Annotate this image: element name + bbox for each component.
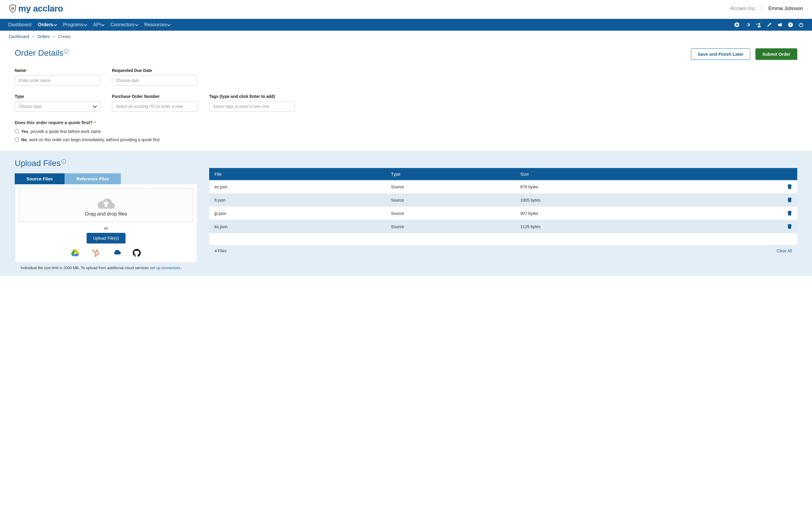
- file-name: ko.json: [209, 220, 386, 233]
- onedrive-icon[interactable]: [112, 249, 121, 256]
- chevron-down-icon: [101, 23, 104, 26]
- nav-resources[interactable]: Resources: [144, 19, 170, 31]
- svg-point-6: [95, 252, 98, 255]
- svg-point-8: [96, 249, 98, 251]
- name-label: Name: [15, 68, 26, 73]
- navbar: Dashboard Orders Programs API Connectors…: [0, 19, 812, 31]
- nav-api[interactable]: API: [93, 19, 104, 31]
- tab-source-files[interactable]: Source Files: [15, 173, 64, 184]
- file-size: 1125 bytes: [515, 220, 692, 233]
- form-row-1: Name* Requested Due Date: [15, 68, 797, 86]
- radio-icon[interactable]: [15, 129, 19, 133]
- section-head: Order Details i Save and Finish Later Su…: [15, 48, 797, 60]
- required-icon: *: [94, 120, 96, 125]
- name-group: Name*: [15, 68, 100, 86]
- trash-icon[interactable]: [787, 197, 792, 202]
- file-size: 1005 bytes: [515, 194, 692, 206]
- col-file: File: [209, 168, 386, 180]
- col-type: Type: [386, 168, 515, 180]
- upload-right: File Type Size es.jsonSource879 bytesfr.…: [209, 168, 797, 253]
- nav-dashboard[interactable]: Dashboard: [8, 19, 31, 31]
- megaphone-icon[interactable]: [777, 22, 783, 27]
- chevron-down-icon: [54, 23, 57, 26]
- file-name: jp.json: [209, 206, 386, 220]
- file-size: 879 bytes: [515, 180, 692, 194]
- add-icon[interactable]: [734, 22, 740, 27]
- file-size: 907 bytes: [515, 206, 692, 220]
- type-select[interactable]: Choose type: [15, 101, 100, 112]
- tools-icon[interactable]: [767, 22, 772, 27]
- quote-question: Does this order require a quote first? *…: [15, 120, 797, 142]
- help-icon[interactable]: ?: [788, 22, 793, 27]
- table-row: jp.jsonSource907 bytes: [209, 206, 797, 220]
- action-buttons: Save and Finish Later Submit Order: [691, 48, 797, 60]
- logo[interactable]: my acclaro: [9, 3, 63, 14]
- cloud-integrations: [71, 249, 142, 256]
- po-label: Purchase Order Number: [112, 94, 198, 99]
- logo-shield-icon: [9, 4, 16, 13]
- radio-icon[interactable]: [15, 138, 19, 142]
- chevron-down-icon: [168, 23, 171, 26]
- trash-icon[interactable]: [787, 184, 792, 189]
- file-type: Source: [386, 180, 515, 194]
- upload-section: Upload Files i Source Files Reference Fi…: [0, 151, 812, 276]
- svg-point-2: [758, 23, 760, 25]
- gear-icon[interactable]: [745, 22, 750, 27]
- nav-right: ?: [734, 22, 804, 27]
- info-icon[interactable]: i: [64, 49, 69, 54]
- file-name: es.json: [209, 180, 386, 194]
- table-row: ko.jsonSource1125 bytes: [209, 220, 797, 233]
- top-header: my acclaro Acclaro Inc. Emma Johnson: [0, 0, 812, 19]
- github-icon[interactable]: [133, 249, 142, 256]
- breadcrumb: Dashboard > Orders > Create: [0, 31, 812, 42]
- upload-files-button[interactable]: Upload File(s): [87, 233, 125, 243]
- breadcrumb-sep: >: [53, 34, 55, 39]
- hubspot-icon[interactable]: [91, 249, 100, 256]
- breadcrumb-orders[interactable]: Orders: [37, 34, 50, 39]
- clear-all-link[interactable]: Clear All: [777, 248, 792, 253]
- file-type: Source: [386, 206, 515, 220]
- po-input[interactable]: [112, 101, 198, 112]
- logo-text: my acclaro: [18, 3, 63, 14]
- name-input[interactable]: [15, 75, 100, 86]
- power-icon[interactable]: [798, 22, 804, 27]
- breadcrumb-sep: >: [32, 34, 34, 39]
- file-name: fr.json: [209, 194, 386, 206]
- nav-connectors[interactable]: Connectors: [111, 19, 138, 31]
- tab-reference-files[interactable]: Reference Files: [64, 173, 121, 184]
- upload-tabs: Source Files Reference Files: [15, 173, 198, 184]
- add-user-icon[interactable]: [755, 22, 761, 27]
- po-group: Purchase Order Number: [112, 94, 198, 112]
- form-row-2: Type Choose type Purchase Order Number T…: [15, 94, 797, 112]
- file-type: Source: [386, 220, 515, 233]
- submit-order-button[interactable]: Submit Order: [755, 48, 797, 60]
- header-divider: [762, 5, 763, 12]
- svg-text:?: ?: [789, 23, 792, 27]
- quote-no-row[interactable]: No, work on this order can begin immedia…: [15, 138, 797, 142]
- tags-input[interactable]: [209, 101, 295, 112]
- tags-label: Tags (type and click Enter to add): [209, 94, 295, 99]
- table-footer: 4 Files Clear All: [209, 245, 797, 253]
- col-actions: [692, 168, 797, 180]
- required-icon: *: [26, 68, 28, 73]
- drop-zone[interactable]: Drag and drop files: [19, 188, 193, 222]
- company-name[interactable]: Acclaro Inc.: [730, 5, 756, 12]
- user-name[interactable]: Emma Johnson: [768, 5, 803, 12]
- google-drive-icon[interactable]: [71, 249, 79, 256]
- due-date-input[interactable]: [112, 75, 198, 86]
- chevron-down-icon: [135, 23, 138, 26]
- info-icon[interactable]: i: [61, 159, 66, 164]
- save-finish-later-button[interactable]: Save and Finish Later: [691, 48, 750, 60]
- nav-programs[interactable]: Programs: [63, 19, 87, 31]
- trash-icon[interactable]: [787, 224, 792, 229]
- nav-orders[interactable]: Orders: [38, 19, 56, 31]
- header-right: Acclaro Inc. Emma Johnson: [730, 5, 803, 12]
- upload-title: Upload Files i: [15, 159, 797, 168]
- trash-icon[interactable]: [787, 210, 792, 215]
- breadcrumb-dashboard[interactable]: Dashboard: [9, 34, 29, 39]
- upload-left: Source Files Reference Files Drag and dr…: [15, 168, 198, 270]
- drop-panel: Drag and drop files or Upload File(s): [15, 184, 198, 263]
- quote-yes-row[interactable]: Yes, provide a quote first before work s…: [15, 129, 797, 134]
- setup-connectors-link[interactable]: set up connectors: [150, 266, 180, 270]
- chevron-down-icon: [93, 104, 97, 108]
